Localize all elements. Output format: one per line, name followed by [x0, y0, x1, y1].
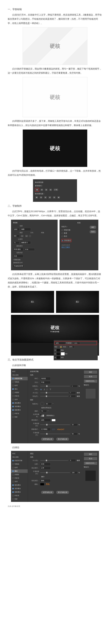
- res-unit-select[interactable]: 像素/英寸: [20, 241, 31, 244]
- fx-item[interactable]: 混合选项: [11, 456, 28, 459]
- fx-item[interactable]: 样式: [11, 452, 28, 456]
- set-default-button[interactable]: 设置为默认值: [41, 490, 54, 494]
- fx-item-bevel[interactable]: 斜面和浮雕: [11, 377, 28, 380]
- width-input[interactable]: 1000: [13, 228, 20, 231]
- fx-item[interactable]: 样式: [11, 370, 28, 373]
- fx-item[interactable]: 渐变叠加: [11, 405, 28, 408]
- merge-icon[interactable]: ▥: [44, 196, 47, 199]
- angle-dial[interactable]: [40, 402, 44, 406]
- paste-cancel-button[interactable]: 取消: [90, 230, 96, 234]
- set-default-button[interactable]: 设置为默认值: [41, 438, 54, 441]
- cancel-button[interactable]: 取消: [84, 457, 98, 460]
- profile-select[interactable]: 不做色彩管理: [13, 264, 24, 268]
- cancel-button[interactable]: 取消: [84, 375, 98, 378]
- outline-icon[interactable]: ▨: [52, 196, 56, 199]
- portrait-icon[interactable]: ▯: [20, 234, 24, 238]
- fx-item[interactable]: 描边: [11, 387, 28, 391]
- method-select[interactable]: 平滑: [40, 381, 50, 384]
- height-input[interactable]: 660: [13, 235, 20, 237]
- divide-icon[interactable]: ▦: [35, 196, 38, 199]
- dir-up-radio[interactable]: [40, 389, 42, 390]
- highlight-mode[interactable]: 滤色: [40, 419, 50, 422]
- contour-picker[interactable]: [40, 414, 44, 417]
- fx-item[interactable]: 投影: [11, 415, 28, 419]
- paste-smart-radio[interactable]: [62, 230, 63, 231]
- fx-item[interactable]: 纹理: [11, 384, 28, 387]
- paste-shape-radio[interactable]: [62, 240, 64, 242]
- fill-input[interactable]: 100%: [68, 346, 74, 348]
- fx-item-stroke[interactable]: 描边: [11, 470, 28, 473]
- artboard-check[interactable]: [29, 235, 31, 237]
- minus-back-icon[interactable]: ▩: [57, 196, 60, 199]
- soft-input[interactable]: 2: [69, 395, 76, 398]
- ok-button[interactable]: 确定: [84, 370, 98, 374]
- crop-icon[interactable]: ▧: [48, 196, 52, 199]
- fx-item[interactable]: 颜色叠加: [11, 401, 28, 405]
- fx-item[interactable]: 等高线: [11, 380, 28, 384]
- fx-item[interactable]: 等高线: [11, 462, 28, 466]
- stroke-size-input[interactable]: 8: [69, 459, 76, 462]
- fx-item[interactable]: 外发光: [11, 412, 28, 415]
- lock-icon[interactable]: 🔒: [59, 345, 63, 348]
- alt-input[interactable]: 74: [40, 410, 47, 412]
- paste-pixel-radio[interactable]: [62, 232, 63, 234]
- mode-select[interactable]: RGB 颜色: [13, 248, 23, 251]
- size-input[interactable]: 7: [69, 392, 76, 394]
- paste-path-radio[interactable]: [62, 236, 63, 237]
- stroke-color[interactable]: [40, 483, 44, 486]
- style-select[interactable]: 内斜面: [40, 377, 50, 380]
- opacity-input[interactable]: 52%: [74, 342, 80, 344]
- reset-default-button[interactable]: 复位为默认值: [56, 438, 69, 441]
- size-slider[interactable]: [40, 392, 68, 393]
- bit-select[interactable]: 8 bit: [24, 248, 35, 251]
- stroke-op-slider[interactable]: [40, 472, 70, 473]
- eye-icon[interactable]: 👁: [54, 357, 56, 358]
- highlight-color[interactable]: [52, 419, 56, 421]
- layer-name[interactable]: 硬核: [61, 349, 64, 351]
- stroke-size-slider[interactable]: [40, 460, 68, 461]
- fx-item[interactable]: 光泽: [11, 480, 28, 483]
- fx-item[interactable]: 投影: [11, 497, 28, 501]
- new-style-button[interactable]: 新建样式(W)...: [84, 462, 98, 465]
- shadow-color[interactable]: [52, 428, 56, 430]
- fx-item[interactable]: 渐变叠加: [11, 487, 28, 490]
- trim-icon[interactable]: ▤: [39, 196, 43, 199]
- exclude-icon[interactable]: ▨: [49, 188, 52, 191]
- stroke-pos-select[interactable]: 外部: [40, 463, 50, 466]
- fx-item[interactable]: 图案叠加: [11, 408, 28, 412]
- depth-input[interactable]: 1: [71, 385, 78, 388]
- ho-slider[interactable]: [40, 424, 70, 425]
- reset-default-button[interactable]: 复位为默认值: [56, 490, 69, 494]
- intersect-icon[interactable]: ▥: [44, 188, 48, 191]
- fx-item[interactable]: 内阴影: [11, 473, 28, 476]
- soft-slider[interactable]: [40, 396, 68, 396]
- fx-item[interactable]: 内阴影: [11, 391, 28, 394]
- fx-item[interactable]: 内发光: [11, 394, 28, 398]
- eye-icon[interactable]: 👁: [54, 350, 56, 351]
- eye-icon[interactable]: 👁: [54, 353, 56, 355]
- layer-name[interactable]: 图2: [65, 353, 68, 355]
- fx-item[interactable]: 光泽: [11, 398, 28, 401]
- depth-slider[interactable]: [40, 386, 70, 386]
- expand-button[interactable]: 扩展: [53, 188, 58, 191]
- layer-name[interactable]: 背景: [61, 356, 64, 358]
- unit-select[interactable]: 像素: [20, 228, 31, 231]
- bg-select[interactable]: 白色: [13, 254, 23, 258]
- fx-item[interactable]: 纹理: [11, 466, 28, 470]
- res-input[interactable]: 72: [13, 242, 20, 244]
- paste-ok-button[interactable]: 确定: [90, 226, 96, 229]
- library-link[interactable]: 前往了解库: [62, 246, 70, 248]
- fx-item[interactable]: 混合选项: [11, 373, 28, 377]
- so-slider[interactable]: [40, 434, 70, 434]
- fx-item[interactable]: 颜色叠加: [11, 483, 28, 487]
- stroke-blend-select[interactable]: 正常: [40, 466, 50, 470]
- fx-item[interactable]: 外发光: [11, 494, 28, 497]
- fill-type-select[interactable]: 颜色: [40, 479, 50, 482]
- advanced-toggle[interactable]: > 高级选项: [13, 259, 56, 261]
- fx-item[interactable]: 图案叠加: [11, 490, 28, 494]
- shadow-mode[interactable]: 正片叠底: [40, 428, 50, 431]
- landscape-icon[interactable]: ▭: [25, 234, 28, 238]
- dir-down-radio[interactable]: [46, 389, 48, 390]
- unite-icon[interactable]: ▦: [35, 188, 39, 191]
- minus-front-icon[interactable]: ▤: [40, 188, 44, 191]
